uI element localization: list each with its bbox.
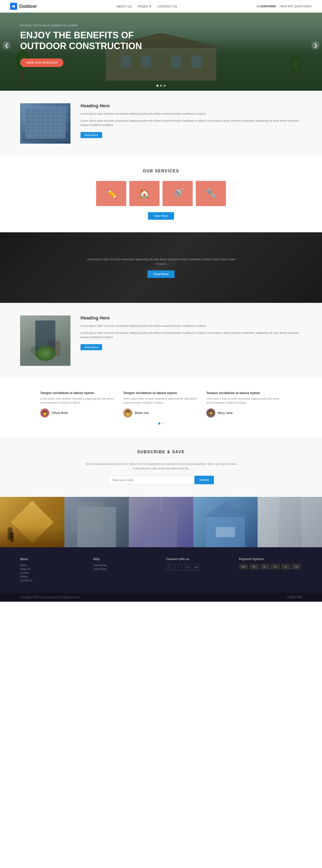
footer-col-help: Help Testimonials Latest News (93, 557, 156, 583)
subscribe-email-input[interactable] (108, 476, 194, 484)
footer-bottom: Copyright © 2021 Company Name All rights… (0, 593, 322, 602)
footer-payment-title: Payment Options (239, 557, 302, 561)
author-avatar-2: 👨 (123, 408, 132, 417)
nav-item-pages[interactable]: PAGES ▼ (138, 4, 152, 8)
footer-menu-title: Menu (20, 557, 83, 561)
hero-dot-2[interactable] (160, 85, 162, 87)
testimonial-text-2: Lorem ipsum dolor sit amet consectetur a… (123, 397, 199, 405)
footer-help-title: Help (93, 557, 156, 561)
author-name-1: Olivia Ruth (52, 411, 68, 415)
hero-content: Excepteur sint occaecat cupidatat non pr… (0, 8, 171, 82)
brand-logo[interactable]: Outdoor (10, 3, 37, 10)
footer-link-testimonials[interactable]: Testimonials (93, 564, 156, 567)
social-icon-twitter[interactable]: t (175, 564, 182, 570)
hero-dot-3[interactable] (164, 85, 166, 87)
testimonial-author-1: 👩 Olivia Ruth (40, 408, 116, 417)
footer-link-about[interactable]: About Us (20, 568, 83, 570)
service-card-design[interactable]: ✏️ (96, 181, 126, 206)
avatar-img-1: 👩 (40, 408, 49, 417)
service-card-repair[interactable]: 🔧 (196, 181, 226, 206)
services-section: OUR SERVICES ✏️ 🏠 🚿 🔧 View More (0, 156, 322, 232)
testimonial-title-3: Tempor incididunt ut labore hytnm (206, 391, 282, 395)
author-avatar-3: 🧔 (206, 408, 215, 417)
footer-link-home[interactable]: Home (20, 564, 83, 567)
project-image (20, 315, 70, 366)
nav-item-about[interactable]: ABOUT US (116, 4, 132, 8)
services-view-more-button[interactable]: View More (148, 212, 174, 220)
subscribe-section: SUBSCRIBE & SAVE Sed ut perspiciatis und… (0, 437, 322, 497)
footer-link-contact[interactable]: Contact (20, 571, 83, 574)
service-card-plumbing[interactable]: 🚿 (163, 181, 193, 206)
subscribe-button[interactable]: Submit (194, 476, 214, 484)
logo-icon (10, 3, 17, 10)
hero-next-arrow[interactable]: ❯ (312, 41, 320, 50)
payment-mc: MC (250, 564, 259, 569)
gallery-item-3[interactable] (129, 497, 193, 547)
footer-link-latest-news[interactable]: Latest News (93, 568, 156, 570)
testimonial-title-2: Tempor incididunt ut labore hytnm (123, 391, 199, 395)
footer-link-contact-us[interactable]: Contact Us (20, 579, 83, 582)
services-grid: ✏️ 🏠 🚿 🔧 (20, 181, 302, 206)
social-icon-vk[interactable]: vk (193, 564, 200, 570)
gallery-item-1[interactable] (0, 497, 64, 547)
project-para-2: Lorem ipsum dolor sit amet consectetur a… (80, 331, 302, 340)
about-image-visual (20, 103, 70, 144)
social-icon-instagram[interactable]: in (184, 564, 191, 570)
about-para-1: Lorem ipsum dolor sit amet consectetur a… (80, 112, 302, 116)
about-section: Heading Here Lorem ipsum dolor sit amet … (0, 91, 322, 156)
testimonial-card-2: Tempor incididunt ut labore hytnm Lorem … (123, 391, 199, 417)
payment-ae: AE (260, 564, 269, 569)
nav-links: ABOUT US PAGES ▼ CONTACT US (116, 4, 177, 8)
about-heading: Heading Here (80, 103, 302, 108)
testi-dot-1[interactable] (158, 423, 160, 425)
author-name-3: Mary Jane (218, 411, 233, 415)
testimonial-card-3: Tempor incididunt ut labore hytnm Lorem … (206, 391, 282, 417)
hero-prev-arrow[interactable]: ❮ (2, 41, 10, 50)
payment-visa: VISA (239, 564, 248, 569)
testimonials-section: Tempor incididunt ut labore hytnm Lorem … (0, 378, 322, 437)
about-read-more-button[interactable]: Read More (80, 132, 102, 138)
design-icon: ✏️ (106, 188, 117, 199)
dark-banner-section: 优加佳科技 Lorem ipsum dolor sit amet consect… (0, 232, 322, 303)
gallery-item-4[interactable] (193, 497, 258, 547)
social-icon-facebook[interactable]: f (166, 564, 173, 570)
gallery-section (0, 497, 322, 547)
hero-dots (156, 85, 166, 87)
footer-col-menu: Menu Home About Us Contact Gallery Conta… (20, 557, 83, 583)
gallery-item-2[interactable] (64, 497, 129, 547)
hero-cta-button[interactable]: View Our Services (20, 58, 63, 67)
testimonial-author-2: 👨 Blake Joe (123, 408, 199, 417)
footer-copyright: Copyright © 2021 Company Name All rights… (20, 596, 80, 599)
footer-col-social: Connect with us f t in vk (166, 557, 229, 583)
footer-connect-title: Connect with us (166, 557, 229, 561)
footer-link-gallery[interactable]: Gallery (20, 575, 83, 578)
dark-banner-text: Lorem ipsum dolor sit amet consectetur a… (85, 257, 237, 266)
testi-dot-2[interactable] (162, 423, 164, 425)
project-read-more-button[interactable]: Read More (80, 344, 102, 350)
payment-icons: VISA MC AE PP DC CB (239, 564, 302, 569)
subscribe-title: SUBSCRIBE & SAVE (20, 450, 302, 454)
testimonial-card-1: Tempor incididunt ut labore hytnm Lorem … (40, 391, 116, 417)
nav-item-contact[interactable]: CONTACT US (158, 4, 177, 8)
testimonials-dots (20, 423, 302, 425)
payment-cb: CB (292, 564, 301, 569)
testimonials-grid: Tempor incididunt ut labore hytnm Lorem … (20, 391, 302, 417)
avatar-img-2: 👨 (123, 408, 132, 417)
footer-col-payment: Payment Options VISA MC AE PP DC CB (239, 557, 302, 583)
testimonial-author-3: 🧔 Mary Jane (206, 408, 282, 417)
dark-banner-read-more-button[interactable]: Read More (147, 270, 174, 278)
hero-dot-1[interactable] (156, 85, 158, 87)
author-avatar-1: 👩 (40, 408, 49, 417)
gallery-item-5[interactable] (258, 497, 322, 547)
navbar-cta[interactable]: HAVE ANY QUESTIONS? (280, 5, 312, 8)
project-para-1: Lorem ipsum dolor sit amet consectetur a… (80, 324, 302, 328)
navbar: Outdoor ABOUT US PAGES ▼ CONTACT US +1 2… (0, 0, 322, 12)
about-image (20, 103, 70, 144)
about-para-2: Lorem ipsum dolor sit amet consectetur a… (80, 119, 302, 127)
service-card-build[interactable]: 🏠 (129, 181, 159, 206)
project-heading: Heading Here (80, 315, 302, 321)
about-text: Heading Here Lorem ipsum dolor sit amet … (80, 103, 302, 138)
footer-phone: 123456-7890 (287, 596, 302, 599)
testimonial-text-3: Lorem ipsum dolor sit amet consectetur a… (206, 397, 282, 405)
navbar-contact: +1 2345678009 HAVE ANY QUESTIONS? (256, 5, 312, 8)
